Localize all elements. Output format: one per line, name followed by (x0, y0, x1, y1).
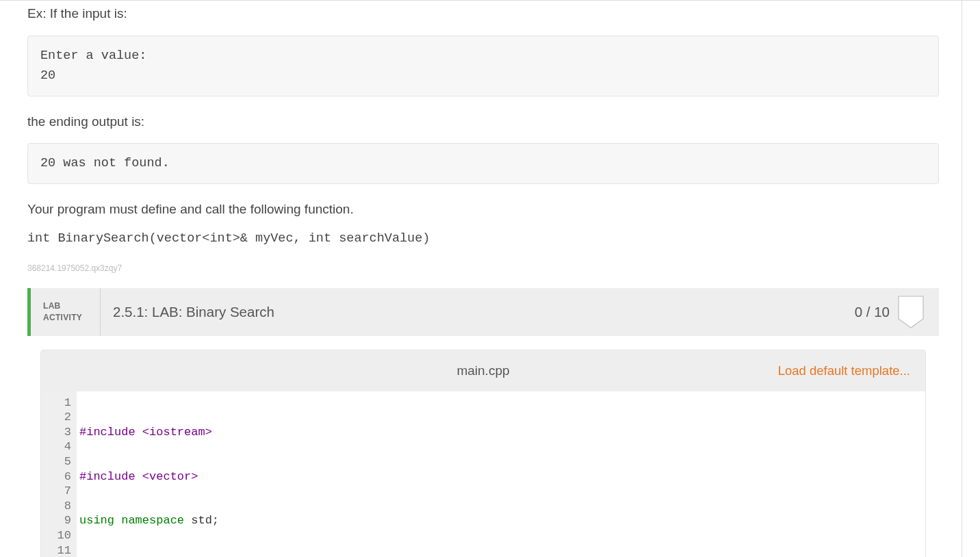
example-input-box: Enter a value: 20 (27, 36, 939, 96)
lab-activity-label: LAB ACTIVITY (31, 288, 101, 336)
code-line[interactable]: #include <iostream> (79, 425, 925, 440)
line-number: 10 (49, 528, 71, 543)
line-number: 2 (49, 410, 71, 425)
editor-filename: main.cpp (456, 363, 509, 378)
bookmark-icon[interactable] (898, 296, 924, 328)
load-default-template-link[interactable]: Load default template... (778, 363, 910, 378)
example-output-label: the ending output is: (27, 113, 939, 131)
line-number: 11 (49, 543, 71, 558)
right-divider (962, 0, 962, 557)
code-line[interactable]: using namespace std; (79, 513, 925, 528)
lab-activity-line2: ACTIVITY (43, 312, 88, 323)
line-number: 9 (49, 513, 71, 528)
line-number: 3 (49, 425, 71, 440)
lab-title: 2.5.1: LAB: Binary Search (101, 288, 855, 336)
function-signature: int BinarySearch(vector<int>& myVec, int… (27, 231, 939, 246)
code-editor: main.cpp Load default template... 1 2 3 … (40, 350, 926, 557)
line-number: 4 (49, 439, 71, 454)
requirement-text: Your program must define and call the fo… (27, 200, 939, 219)
lab-header: LAB ACTIVITY 2.5.1: LAB: Binary Search 0… (27, 288, 939, 336)
code-line[interactable]: #include <vector> (79, 469, 925, 484)
line-number: 8 (49, 499, 71, 514)
line-number: 1 (49, 396, 71, 411)
example-output-box: 20 was not found. (27, 143, 939, 184)
lab-activity-line1: LAB (43, 300, 88, 311)
line-number: 6 (49, 469, 71, 484)
example-input-label: Ex: If the input is: (27, 5, 939, 23)
editor-tab-bar: main.cpp Load default template... (41, 350, 925, 391)
lab-score: 0 / 10 (855, 304, 890, 320)
editor-body[interactable]: 1 2 3 4 5 6 7 8 9 10 11 12 #include <ios… (41, 391, 925, 557)
session-id: 368214.1975052.qx3zqy7 (27, 263, 939, 273)
line-number: 5 (49, 454, 71, 469)
code-area[interactable]: #include <iostream> #include <vector> us… (77, 391, 925, 557)
line-number: 7 (49, 484, 71, 499)
editor-gutter: 1 2 3 4 5 6 7 8 9 10 11 12 (41, 391, 77, 557)
